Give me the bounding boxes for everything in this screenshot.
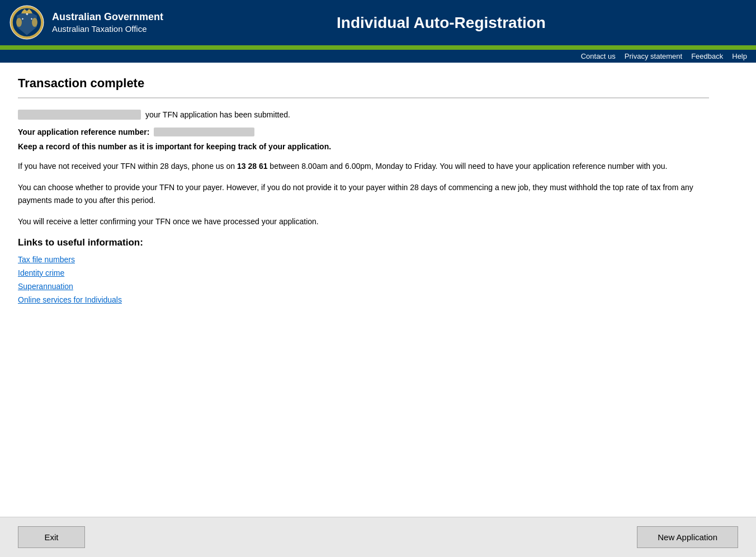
title-divider: [18, 97, 709, 98]
nav-bar: Contact us Privacy statement Feedback He…: [0, 50, 756, 63]
government-title: Australian Government: [52, 11, 163, 23]
links-heading: Links to useful information:: [18, 237, 709, 248]
org-text-area: Australian Government Australian Taxatio…: [52, 11, 163, 35]
transaction-complete-heading: Transaction complete: [18, 76, 709, 91]
new-application-button[interactable]: New Application: [637, 526, 738, 548]
phone-number: 13 28 61: [237, 162, 268, 171]
redacted-name: [18, 110, 141, 120]
superannuation-link[interactable]: Superannuation: [18, 282, 709, 291]
paragraph-payer-info: You can choose whether to provide your T…: [18, 181, 709, 206]
exit-button[interactable]: Exit: [18, 526, 85, 548]
online-services-link[interactable]: Online services for Individuals: [18, 295, 709, 304]
paragraph-letter-info: You will receive a letter confirming you…: [18, 215, 709, 228]
submission-line: your TFN application has been submitted.: [18, 110, 709, 120]
coat-of-arms-icon: ✦ ✦ ✦: [9, 4, 45, 41]
reference-label: Your application reference number:: [18, 128, 149, 136]
svg-point-4: [32, 18, 37, 27]
svg-text:✦: ✦: [21, 17, 24, 21]
contact-us-link[interactable]: Contact us: [581, 52, 616, 60]
footer-buttons-bar: Exit New Application: [0, 517, 756, 557]
keep-record-text: Keep a record of this number as it is im…: [18, 142, 709, 151]
feedback-link[interactable]: Feedback: [691, 52, 723, 60]
paragraph-tfn-contact: If you have not received your TFN within…: [18, 160, 709, 172]
privacy-statement-link[interactable]: Privacy statement: [625, 52, 682, 60]
help-link[interactable]: Help: [732, 52, 747, 60]
main-content: Transaction complete your TFN applicatio…: [0, 63, 727, 340]
green-accent-bar: [0, 45, 756, 50]
reference-number-line: Your application reference number:: [18, 128, 709, 136]
identity-crime-link[interactable]: Identity crime: [18, 268, 709, 277]
useful-links-section: Links to useful information: Tax file nu…: [18, 237, 709, 304]
page-title-header: Individual Auto-Registration: [180, 14, 747, 32]
redacted-reference: [154, 128, 254, 136]
tax-file-numbers-link[interactable]: Tax file numbers: [18, 255, 709, 264]
page-header: ✦ ✦ ✦ Australian Government Australian T…: [0, 0, 756, 45]
submission-text: your TFN application has been submitted.: [145, 110, 290, 119]
svg-text:✦: ✦: [30, 17, 33, 21]
logo-area: ✦ ✦ ✦ Australian Government Australian T…: [9, 4, 163, 41]
agency-title: Australian Taxation Office: [52, 23, 163, 35]
